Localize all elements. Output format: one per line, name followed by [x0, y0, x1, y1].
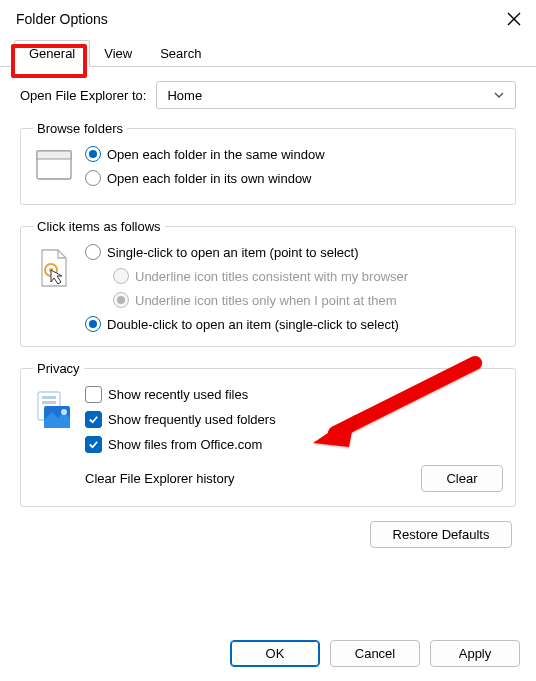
checkbox-label: Show recently used files [108, 387, 248, 402]
checkbox-icon [85, 411, 102, 428]
radio-icon [113, 292, 129, 308]
checkbox-label: Show frequently used folders [108, 412, 276, 427]
radio-label: Open each folder in the same window [107, 147, 325, 162]
radio-underline-point: Underline icon titles only when I point … [113, 292, 503, 308]
dropdown-value: Home [167, 88, 202, 103]
clear-button[interactable]: Clear [421, 465, 503, 492]
radio-icon [85, 244, 101, 260]
svg-point-8 [61, 409, 67, 415]
radio-double-click[interactable]: Double-click to open an item (single-cli… [85, 316, 503, 332]
dialog-title: Folder Options [16, 11, 108, 27]
tab-strip: General View Search [0, 38, 536, 67]
close-icon[interactable] [506, 11, 522, 27]
open-file-explorer-to-label: Open File Explorer to: [20, 88, 146, 103]
click-items-legend: Click items as follows [33, 219, 165, 234]
ok-button[interactable]: OK [230, 640, 320, 667]
chevron-down-icon [493, 89, 505, 101]
svg-rect-6 [42, 401, 56, 404]
radio-label: Underline icon titles consistent with my… [135, 269, 408, 284]
svg-rect-1 [37, 151, 71, 159]
privacy-files-icon [33, 386, 75, 430]
window-icon [33, 146, 75, 190]
open-file-explorer-to-dropdown[interactable]: Home [156, 81, 516, 109]
privacy-group: Privacy Show recently used files [20, 361, 516, 507]
browse-folders-legend: Browse folders [33, 121, 127, 136]
cancel-button[interactable]: Cancel [330, 640, 420, 667]
checkbox-frequent-folders[interactable]: Show frequently used folders [85, 411, 503, 428]
tab-view[interactable]: View [90, 41, 146, 66]
clear-history-label: Clear File Explorer history [85, 471, 235, 486]
privacy-legend: Privacy [33, 361, 84, 376]
checkbox-icon [85, 436, 102, 453]
click-items-group: Click items as follows Single-click to o… [20, 219, 516, 347]
radio-underline-browser: Underline icon titles consistent with my… [113, 268, 503, 284]
radio-single-click[interactable]: Single-click to open an item (point to s… [85, 244, 503, 260]
tab-search[interactable]: Search [146, 41, 215, 66]
radio-icon [85, 146, 101, 162]
radio-label: Single-click to open an item (point to s… [107, 245, 358, 260]
radio-icon [113, 268, 129, 284]
checkbox-recent-files[interactable]: Show recently used files [85, 386, 503, 403]
checkbox-office-files[interactable]: Show files from Office.com [85, 436, 503, 453]
checkbox-label: Show files from Office.com [108, 437, 262, 452]
file-click-icon [33, 244, 75, 288]
radio-same-window[interactable]: Open each folder in the same window [85, 146, 503, 162]
apply-button[interactable]: Apply [430, 640, 520, 667]
checkbox-icon [85, 386, 102, 403]
radio-label: Underline icon titles only when I point … [135, 293, 397, 308]
tab-general[interactable]: General [14, 40, 90, 67]
browse-folders-group: Browse folders Open each folder in the s… [20, 121, 516, 205]
radio-label: Double-click to open an item (single-cli… [107, 317, 399, 332]
radio-icon [85, 170, 101, 186]
svg-rect-5 [42, 396, 56, 399]
radio-label: Open each folder in its own window [107, 171, 312, 186]
restore-defaults-button[interactable]: Restore Defaults [370, 521, 512, 548]
radio-own-window[interactable]: Open each folder in its own window [85, 170, 503, 186]
radio-icon [85, 316, 101, 332]
